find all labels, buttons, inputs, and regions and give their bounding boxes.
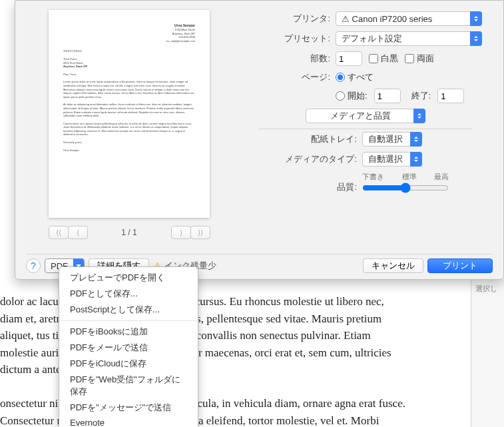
preset-select[interactable] xyxy=(336,31,482,46)
pages-all-radio[interactable] xyxy=(336,73,345,82)
to-input[interactable] xyxy=(437,89,464,103)
page-indicator: 1 / 1 xyxy=(121,228,136,237)
menu-item[interactable]: PDFを"メッセージ"で送信 xyxy=(59,400,198,416)
bw-label: 白黒 xyxy=(381,53,398,65)
menu-separator xyxy=(59,320,198,321)
media-type-label: メディアのタイプ: xyxy=(246,153,362,165)
menu-item[interactable]: PDFをiBooksに追加 xyxy=(59,324,198,340)
settings-column: プリンタ: プリセット: 部数: 白黒 両面 ページ: すべて xyxy=(242,1,503,254)
cancel-button[interactable]: キャンセル xyxy=(363,258,423,273)
help-button[interactable]: ? xyxy=(26,258,41,273)
pages-range-radio[interactable] xyxy=(336,91,345,101)
pdf-dropdown-menu: プレビューでPDFを開くPDFとして保存...PostScriptとして保存..… xyxy=(59,266,198,427)
pager: ⟨⟨ ⟨ 1 / 1 ⟩ ⟩⟩ xyxy=(49,226,210,239)
print-dialog: Urna Semper 1234 Main Street Anytown, St… xyxy=(15,0,504,280)
menu-item[interactable]: PDFとして保存... xyxy=(59,286,198,302)
print-button[interactable]: プリント xyxy=(427,258,493,273)
quality-ticks: 下書き標準最高 xyxy=(362,172,449,182)
quality-slider[interactable] xyxy=(362,183,449,193)
menu-item[interactable]: PDFをメールで送信 xyxy=(59,340,198,356)
media-type-select[interactable] xyxy=(362,152,422,167)
side-panel: 選択し xyxy=(471,280,504,427)
menu-item[interactable]: プレビューでPDFを開く xyxy=(59,270,198,286)
printer-select[interactable] xyxy=(336,11,482,26)
duplex-checkbox[interactable] xyxy=(405,54,414,63)
from-input[interactable] xyxy=(374,89,401,103)
menu-item[interactable]: PostScriptとして保存... xyxy=(59,302,198,318)
divider xyxy=(259,129,471,129)
pages-label: ページ: xyxy=(246,71,336,83)
menu-item[interactable]: PDFを"Web受信"フォルダに保存 xyxy=(59,372,198,400)
printer-label: プリンタ: xyxy=(246,13,336,25)
preview-page: Urna Semper 1234 Main Street Anytown, St… xyxy=(49,10,210,218)
section-select[interactable] xyxy=(306,109,425,123)
duplex-label: 両面 xyxy=(417,53,434,65)
bw-checkbox[interactable] xyxy=(369,54,378,63)
last-page-button[interactable]: ⟩⟩ xyxy=(190,226,210,239)
menu-item[interactable]: PDFをiCloudに保存 xyxy=(59,356,198,372)
paper-tray-label: 配紙トレイ: xyxy=(246,133,362,145)
first-page-button[interactable]: ⟨⟨ xyxy=(49,226,69,239)
quality-label: 品質: xyxy=(246,172,362,193)
copies-input[interactable] xyxy=(336,51,362,66)
preview-column: Urna Semper 1234 Main Street Anytown, St… xyxy=(15,1,242,254)
copies-label: 部数: xyxy=(246,53,336,65)
to-label: 終了: xyxy=(411,90,431,102)
menu-item[interactable]: Evernote xyxy=(59,416,198,427)
paper-tray-select[interactable] xyxy=(362,132,422,147)
from-label: 開始: xyxy=(348,90,368,102)
prev-page-button[interactable]: ⟨ xyxy=(68,226,88,239)
next-page-button[interactable]: ⟩ xyxy=(171,226,191,239)
preset-label: プリセット: xyxy=(246,33,336,45)
pages-all-label: すべて xyxy=(348,71,374,83)
